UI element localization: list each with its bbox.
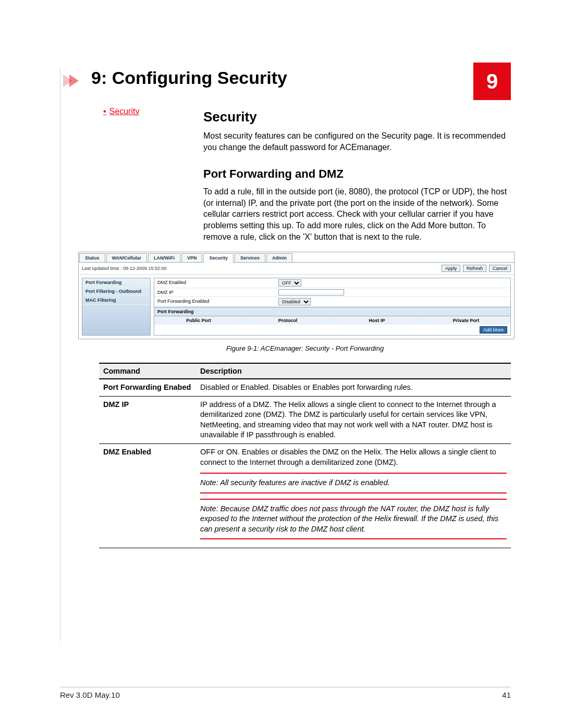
section-intro-paragraph: Most security features can be configured… [203, 130, 511, 153]
figure-caption: Figure 9-1: ACEmanager: Security - Port … [99, 344, 511, 352]
refresh-button[interactable]: Refresh [463, 265, 487, 272]
dmz-ip-label: DMZ IP [154, 288, 275, 297]
cmd-dmz-enabled: DMZ Enabled [99, 443, 196, 548]
table-header-description: Description [196, 363, 511, 379]
tab-status[interactable]: Status [79, 253, 105, 263]
pf-column-headers: Public Port Protocol Host IP Private Por… [154, 316, 510, 325]
tab-lan-wifi[interactable]: LAN/WiFi [148, 253, 180, 263]
left-margin-rule [60, 68, 60, 641]
note-dmz-risk: Note: Because DMZ traffic does not pass … [200, 499, 507, 540]
screenshot-tabs: Status WAN/Cellular LAN/WiFi VPN Securit… [79, 252, 514, 263]
chapter-title: 9: Configuring Security [60, 68, 511, 88]
desc-dmz-enabled-text: OFF or ON. Enables or disables the DMZ o… [200, 448, 496, 466]
tab-security[interactable]: Security [203, 253, 234, 263]
chapter-title-text: 9: Configuring Security [91, 68, 287, 88]
pf-col-public-port: Public Port [154, 316, 243, 325]
leftnav-port-forwarding[interactable]: Port Forwarding [82, 278, 150, 287]
pf-col-protocol: Protocol [243, 316, 333, 325]
last-updated-time: Last updated time : 08-12-2009 15:52:00 [82, 266, 167, 271]
table-row: DMZ IP IP address of a DMZ. The Helix al… [99, 396, 511, 443]
tab-wan-cellular[interactable]: WAN/Cellular [106, 253, 148, 263]
page-footer: Rev 3.0D May.10 41 [60, 687, 511, 699]
pf-enabled-select[interactable]: Disabled [278, 298, 311, 305]
toc-link-security[interactable]: Security [103, 107, 139, 116]
section-heading-security: Security [203, 109, 511, 125]
subsection-body-paragraph: To add a rule, fill in the outside port … [203, 186, 511, 242]
pf-col-host-ip: Host IP [333, 316, 422, 325]
desc-dmz-enabled: OFF or ON. Enables or disables the DMZ o… [196, 443, 511, 548]
add-more-button[interactable]: Add More [480, 326, 507, 334]
note-security-inactive: Note: All security features are inactive… [200, 473, 507, 493]
pf-section-header: Port Forwarding [154, 307, 510, 316]
subsection-heading-pf-dmz: Port Forwarding and DMZ [203, 167, 511, 181]
screenshot-config-panel: DMZ Enabled OFF DMZ IP Port Forwarding E… [154, 278, 511, 336]
pf-enabled-label: Port Forwarding Enabled [154, 297, 275, 306]
cmd-dmz-ip: DMZ IP [99, 396, 196, 443]
dmz-ip-input[interactable] [278, 289, 344, 295]
embedded-screenshot: Status WAN/Cellular LAN/WiFi VPN Securit… [78, 252, 515, 339]
screenshot-status-bar: Last updated time : 08-12-2009 15:52:00 … [79, 263, 514, 275]
pf-col-private-port: Private Port [422, 316, 510, 325]
leftnav-mac-filtering[interactable]: MAC Filtering [82, 296, 150, 305]
apply-button[interactable]: Apply [442, 265, 461, 272]
cancel-button[interactable]: Cancel [489, 265, 511, 272]
tab-vpn[interactable]: VPN [181, 253, 203, 263]
tab-admin[interactable]: Admin [266, 253, 292, 263]
footer-revision: Rev 3.0D May.10 [60, 690, 120, 699]
command-description-table: Command Description Port Forwarding Enab… [99, 363, 511, 548]
table-row: DMZ Enabled OFF or ON. Enables or disabl… [99, 443, 511, 548]
table-header-command: Command [99, 363, 196, 379]
double-chevron-icon [63, 71, 76, 91]
tab-services[interactable]: Services [235, 253, 265, 263]
table-row: Port Forwarding Enabed Disabled or Enabl… [99, 379, 511, 396]
screenshot-leftnav: Port Forwarding Port Filtering - Outboun… [82, 278, 151, 336]
desc-dmz-ip: IP address of a DMZ. The Helix allows a … [196, 396, 511, 443]
cmd-port-forwarding-enabled: Port Forwarding Enabed [99, 379, 196, 396]
dmz-enabled-select[interactable]: OFF [278, 279, 301, 287]
footer-page-number: 41 [502, 690, 511, 699]
desc-port-forwarding-enabled: Disabled or Enabled. Disables or Enables… [196, 379, 511, 396]
dmz-enabled-label: DMZ Enabled [154, 278, 275, 288]
leftnav-port-filtering-outbound[interactable]: Port Filtering - Outbound [82, 287, 150, 296]
